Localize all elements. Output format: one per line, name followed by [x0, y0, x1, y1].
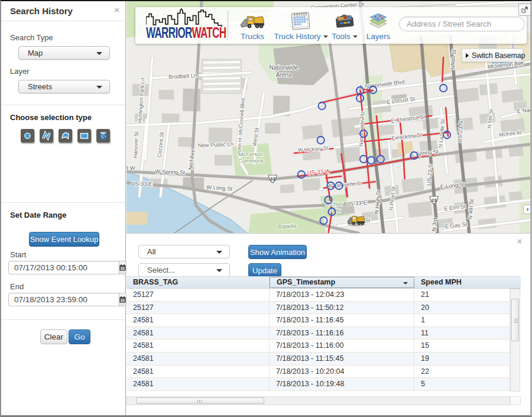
table-row[interactable]: 245817/18/2013 - 10:19:485 — [126, 378, 510, 391]
nav-trucks-label: Trucks — [237, 32, 268, 41]
table-cell: 7/18/2013 - 10:19:48 — [270, 378, 414, 390]
column-header-speed-mph[interactable]: Speed MPH — [414, 277, 521, 288]
close-icon[interactable]: × — [517, 237, 522, 246]
layer-dropdown[interactable]: Streets — [18, 80, 110, 93]
toolbox-icon — [333, 11, 356, 30]
end-date-input[interactable] — [8, 293, 119, 306]
truck-icon — [240, 12, 265, 30]
table-row[interactable]: 245817/18/2013 - 11:15:4519 — [126, 353, 510, 366]
svg-text:Nationwide: Nationwide — [270, 64, 299, 71]
grid-header-row: BRASS_TAG GPS_Timestamp Speed MPH — [126, 276, 521, 289]
map[interactable]: 3323Goodale Neil ConnVine StConrail RRCo… — [126, 1, 530, 233]
map-next-page-button[interactable]: › — [523, 205, 530, 214]
main-area: 3323Goodale Neil ConnVine StConrail RRCo… — [126, 1, 530, 415]
chevron-down-icon — [353, 35, 358, 38]
svg-text:23: 23 — [432, 198, 437, 203]
table-row[interactable]: 245817/18/2013 - 11:16:451 — [126, 314, 510, 327]
switch-basemap-button[interactable]: Switch Basemap — [462, 49, 523, 62]
divider — [1, 319, 125, 320]
table-cell: 7/18/2013 - 12:04:23 — [270, 289, 414, 301]
table-row[interactable]: 251277/18/2013 - 12:04:2321 — [126, 289, 510, 302]
nav-layers[interactable]: Layers — [362, 10, 394, 41]
icon-box — [274, 10, 328, 31]
horizontal-scrollbar[interactable] — [126, 396, 510, 405]
svg-text:Commons: Commons — [238, 157, 264, 164]
select-dropdown[interactable]: Select... — [138, 263, 230, 277]
column-header-label: GPS_Timestamp — [277, 278, 335, 286]
calendar-icon — [290, 11, 312, 31]
end-label: End — [10, 282, 125, 291]
clear-button[interactable]: Clear — [40, 329, 67, 344]
address-search-input[interactable] — [399, 17, 525, 31]
table-cell: 24581 — [126, 378, 270, 390]
svg-text:US-33-E: US-33-E — [131, 180, 153, 188]
nav-tools-label: Tools — [328, 32, 361, 41]
start-label: Start — [10, 250, 125, 259]
chevron-down-icon — [96, 86, 102, 89]
table-row[interactable]: 245817/18/2013 - 11:16:1611 — [126, 327, 510, 340]
icon-box — [362, 10, 394, 31]
nav-truck-history[interactable]: Truck History — [274, 10, 328, 41]
table-cell: 7/18/2013 - 11:16:45 — [270, 314, 414, 327]
show-animation-button[interactable]: Show Animation — [248, 245, 307, 259]
selection-tool-polyline-icon[interactable] — [40, 129, 53, 143]
warriorwatch-app: Search History × Search Type Map Layer S… — [0, 0, 532, 417]
column-header-brass-tag[interactable]: BRASS_TAG — [126, 277, 270, 288]
table-cell: 1 — [414, 314, 510, 327]
start-date-input[interactable] — [8, 261, 119, 274]
table-cell: 7/18/2013 - 10:20:04 — [270, 366, 414, 378]
logo-text: WARRIORWATCH — [146, 24, 226, 42]
nav-trucks[interactable]: Trucks — [237, 10, 268, 41]
table-cell: 7/18/2013 - 11:16:16 — [270, 327, 414, 340]
chevron-down-icon — [323, 35, 328, 38]
panel-title: Search History — [10, 6, 73, 16]
column-header-gps-timestamp[interactable]: GPS_Timestamp — [270, 277, 414, 288]
horizontal-scrollbar-thumb[interactable] — [136, 397, 264, 404]
table-cell: 24581 — [126, 314, 270, 327]
calendar-icon[interactable] — [119, 293, 126, 306]
svg-text:New Public Ln: New Public Ln — [197, 141, 233, 148]
close-icon[interactable]: × — [114, 5, 119, 14]
table-cell: 15 — [414, 340, 510, 352]
selection-tool-rectangle-icon[interactable] — [77, 129, 91, 143]
truck-filter-dropdown[interactable]: All — [138, 245, 230, 258]
vertical-scrollbar[interactable] — [510, 289, 520, 392]
go-button[interactable]: Go — [69, 329, 90, 344]
truck-filter-value: All — [147, 247, 155, 256]
table-row[interactable]: 245817/18/2013 - 11:16:0015 — [126, 340, 510, 353]
warriorwatch-logo[interactable]: WARRIORWATCH — [146, 8, 223, 43]
table-row[interactable]: 251277/18/2013 - 11:50:1220 — [126, 302, 510, 315]
nav-layers-label: Layers — [362, 32, 394, 41]
table-cell: 24581 — [126, 327, 270, 340]
calendar-icon[interactable] — [119, 261, 126, 274]
table-cell: 25127 — [126, 289, 270, 301]
table-cell: 7/18/2013 - 11:16:00 — [270, 340, 414, 352]
layers-icon — [366, 12, 390, 30]
table-cell: 22 — [414, 366, 510, 378]
table-cell: 21 — [414, 289, 510, 301]
snow-event-lookup-button[interactable]: Snow Event Lookup — [29, 232, 99, 247]
triangle-right-icon — [466, 53, 469, 58]
table-row[interactable]: 245817/18/2013 - 10:20:0422 — [126, 366, 510, 379]
chevron-down-icon — [216, 269, 222, 272]
selection-tool-point-icon[interactable] — [21, 129, 34, 143]
table-cell: 24581 — [126, 340, 270, 352]
nav-tools[interactable]: Tools — [328, 10, 361, 41]
map-expand-icon[interactable] — [518, 4, 530, 16]
select-value: Select... — [147, 266, 175, 274]
scrollbar-corner — [510, 396, 521, 405]
table-cell: 20 — [414, 302, 510, 314]
selection-tool-polygon-icon[interactable] — [59, 129, 72, 143]
icon-box — [328, 10, 361, 31]
nav-truck-history-label: Truck History — [274, 32, 328, 41]
map-truck-icon — [348, 216, 365, 227]
update-button[interactable]: Update — [248, 263, 281, 277]
vertical-scrollbar-thumb[interactable] — [511, 299, 519, 341]
search-type-dropdown[interactable]: Map — [18, 46, 110, 60]
table-cell: 7/18/2013 - 11:15:45 — [270, 353, 414, 365]
selection-tool-trash-icon[interactable] — [96, 129, 110, 143]
layer-label: Layer — [10, 67, 125, 76]
sort-descending-icon — [403, 282, 408, 285]
table-cell: 24581 — [126, 366, 270, 378]
svg-text:McFerson: McFerson — [239, 151, 264, 157]
